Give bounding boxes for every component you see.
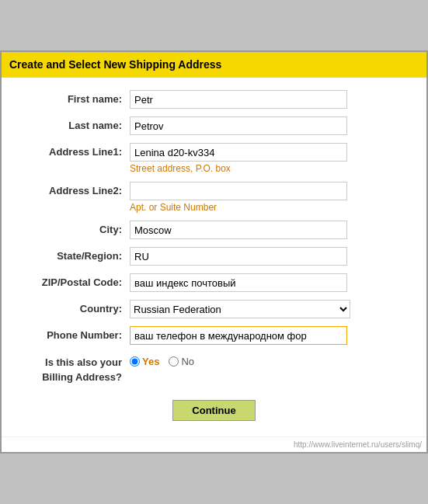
first-name-field-wrap	[130, 90, 411, 109]
city-row: City:	[17, 221, 411, 239]
address2-hint: Apt. or Suite Number	[130, 202, 411, 213]
billing-yes-option[interactable]: Yes	[130, 356, 159, 367]
window-title: Create and Select New Shipping Address	[9, 58, 221, 71]
state-input[interactable]	[130, 247, 347, 266]
country-label: Country:	[17, 300, 130, 315]
country-field-wrap: Russian Federation United States Germany…	[130, 300, 411, 318]
phone-row: Phone Number:	[17, 326, 411, 345]
title-bar: Create and Select New Shipping Address	[2, 52, 426, 78]
city-input[interactable]	[130, 221, 347, 239]
billing-label: Is this also your Billing Address?	[17, 353, 130, 384]
country-row: Country: Russian Federation United State…	[17, 300, 411, 318]
no-label-text: No	[181, 356, 194, 367]
zip-input[interactable]	[130, 273, 347, 292]
zip-field-wrap	[130, 273, 411, 292]
address2-label: Address Line2:	[17, 182, 130, 196]
form-area: First name: Last name: Address Line1: St…	[2, 78, 426, 436]
address2-input[interactable]	[130, 182, 347, 200]
billing-no-radio[interactable]	[169, 356, 179, 367]
state-field-wrap	[130, 247, 411, 266]
phone-input[interactable]	[130, 326, 347, 345]
billing-radio-group: Yes No	[130, 353, 194, 367]
last-name-row: Last name:	[17, 116, 411, 135]
country-select[interactable]: Russian Federation United States Germany…	[130, 300, 350, 318]
address2-row: Address Line2: Apt. or Suite Number	[17, 182, 411, 213]
city-field-wrap	[130, 221, 411, 239]
billing-row: Is this also your Billing Address? Yes N…	[17, 353, 411, 384]
address1-hint: Street address, P.O. box	[130, 163, 411, 174]
yes-label-text: Yes	[142, 356, 159, 367]
state-row: State/Region:	[17, 247, 411, 266]
phone-label: Phone Number:	[17, 326, 130, 341]
billing-yes-radio[interactable]	[130, 356, 140, 367]
billing-label-line2: Billing Address?	[42, 371, 122, 383]
state-label: State/Region:	[17, 247, 130, 262]
footer-url: http://www.liveinternet.ru/users/slimq/	[2, 436, 426, 452]
last-name-label: Last name:	[17, 116, 130, 131]
last-name-field-wrap	[130, 116, 411, 135]
address1-label: Address Line1:	[17, 143, 130, 158]
address1-row: Address Line1: Street address, P.O. box	[17, 143, 411, 174]
address2-field-wrap: Apt. or Suite Number	[130, 182, 411, 213]
continue-button[interactable]: Continue	[172, 400, 255, 421]
last-name-input[interactable]	[130, 116, 347, 135]
zip-label: ZIP/Postal Code:	[17, 273, 130, 288]
billing-label-line1: Is this also your	[45, 356, 122, 368]
city-label: City:	[17, 221, 130, 235]
first-name-label: First name:	[17, 90, 130, 105]
main-window: Create and Select New Shipping Address F…	[0, 50, 428, 453]
zip-row: ZIP/Postal Code:	[17, 273, 411, 292]
continue-row: Continue	[17, 400, 411, 421]
phone-field-wrap	[130, 326, 411, 345]
address1-input[interactable]	[130, 143, 347, 162]
first-name-row: First name:	[17, 90, 411, 109]
billing-no-option[interactable]: No	[169, 356, 194, 367]
address1-field-wrap: Street address, P.O. box	[130, 143, 411, 174]
first-name-input[interactable]	[130, 90, 347, 109]
